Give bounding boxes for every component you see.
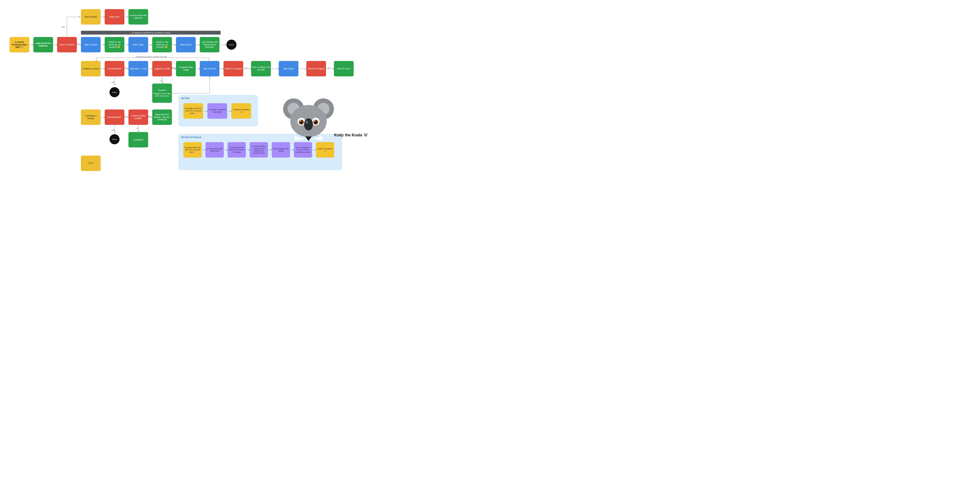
node-ai-fail-generate: Generate Email Text with GPT-4 prompt ch…	[183, 103, 203, 119]
edge-label-no: no	[125, 67, 127, 69]
arrow	[219, 68, 224, 69]
koala-illustration	[281, 91, 336, 146]
caption-kody: Kody the Koala 🐨	[334, 133, 368, 137]
arrow	[196, 45, 200, 45]
arrow	[148, 45, 152, 45]
arrow	[100, 45, 105, 45]
svg-point-14	[306, 121, 308, 124]
node-ai-secret-d: AI Writer Applies Feedback and Submits i…	[250, 142, 268, 158]
node-let-them-know: Let them know who claimed it	[129, 9, 148, 24]
diagram-canvas: Seat Claimed Seats Left? Let them know w…	[0, 0, 374, 187]
banner-sequence-canceled: ✨ sequence canceled by Complete a Lesson	[81, 31, 221, 35]
svg-point-13	[304, 118, 313, 131]
node-debounce: Debounce - 1 Hour	[129, 61, 148, 76]
congrats-body: Suggest Local Login with Instructions	[153, 92, 171, 97]
arrow	[196, 68, 200, 69]
node-ai-fail-writer: AI Writer Generates Initial Draft	[207, 103, 227, 119]
node-done-main: Done	[226, 40, 237, 50]
arrow	[100, 68, 105, 69]
node-done-for-now: Done for Now?	[334, 61, 354, 76]
node-check-progress-1: Check for Progress	[224, 61, 243, 76]
connector	[115, 76, 115, 85]
node-wait-7d: Wait 7 days	[129, 37, 148, 53]
connector	[96, 57, 209, 58]
panel-title-ai-secret: AI Secret Sauce	[181, 135, 201, 139]
node-another-module: Is there another module?	[129, 110, 148, 125]
node-whats-next: What's the Next Module - Get your Certif…	[152, 110, 172, 125]
node-last-checkin: Last CheckIn and Refund Policy Reminder	[200, 37, 220, 53]
edge-label-no: no	[328, 67, 330, 69]
node-ai-secret-c: AI Editor Reviews Draft and Provides Fee…	[228, 142, 246, 158]
arrow	[53, 45, 57, 45]
arrow	[29, 45, 33, 45]
arrow	[326, 68, 334, 69]
connector	[210, 76, 210, 93]
node-congrats-final: Congrats!!!	[129, 132, 148, 147]
node-done-module: Done	[110, 134, 119, 144]
arrow	[172, 45, 176, 45]
edge-label-yes: yes	[111, 81, 115, 83]
node-ai-secret-a: Generate Email Text with GPT-4 prompt ch…	[183, 142, 202, 158]
node-logged-in: Logged in Locally	[152, 61, 172, 76]
node-learner-purchases: A Learner Purchases Epic Web! 🎉	[10, 37, 29, 53]
node-seats-left: Seats Left?	[105, 9, 124, 24]
node-wait-29d: Wait 29 days	[176, 37, 196, 53]
connector	[67, 17, 67, 37]
node-team-purchaser: Team Purchaser	[57, 37, 77, 53]
node-wait-72h: Wait 72 Hours	[81, 37, 100, 53]
edge-label-yes: yes	[148, 115, 151, 118]
node-done-unsub: Done	[110, 87, 119, 97]
node-wait-24h: Wait 24 Hours	[200, 61, 220, 76]
arrow	[298, 68, 306, 69]
arrow	[243, 68, 251, 69]
congrats-title: Congrats!	[153, 89, 171, 91]
svg-point-11	[300, 121, 301, 122]
edge-label-yes: yes	[62, 26, 65, 28]
arrowhead	[79, 16, 80, 18]
edge-label-no: no	[77, 43, 79, 45]
edge-label-yes: yes	[172, 67, 175, 69]
arrowhead	[209, 76, 210, 78]
node-congrats-suggest: Congrats! Suggest Local Login with Instr…	[152, 84, 172, 103]
node-unsubscribed-1: Unsubscribed?	[105, 61, 124, 76]
arrow	[148, 68, 152, 69]
arrow	[124, 45, 129, 45]
arrow	[100, 117, 105, 118]
node-checkin-2: Check in, see what's up, no pressure 🙂	[152, 37, 172, 53]
svg-point-12	[314, 121, 315, 122]
edge-label-no: no	[161, 79, 162, 81]
connector	[67, 17, 79, 17]
node-complete-lesson: Complete a Lesson	[81, 61, 100, 76]
node-check-progress-2: Check for Progress	[306, 61, 326, 76]
node-pickup: Pick up Where You Left Off?	[251, 61, 271, 76]
node-seat-claimed: Seat Claimed	[81, 9, 100, 24]
edge-label-no: no	[136, 127, 138, 129]
node-mystery: ?????	[81, 156, 100, 171]
connector	[209, 57, 209, 61]
node-wait-3d: Wait 3 days	[279, 61, 298, 76]
edge-label-no: no	[125, 115, 127, 118]
arrow	[271, 68, 279, 69]
arrow	[220, 45, 226, 45]
node-completed-module: Completed a Module	[81, 110, 100, 125]
panel-title-ai-fail: AI Fail	[181, 97, 189, 100]
edge-label-no: no	[245, 67, 247, 69]
node-login-email: Login Email w/ a Welcome	[33, 37, 53, 53]
arrow	[100, 17, 105, 17]
node-checkin-1: Check in, see what's up, no pressure 🙂	[105, 37, 124, 53]
node-unsubscribed-2: Unsubscribed?	[105, 110, 124, 125]
node-congrats-going: Congrats! Keep Going	[176, 61, 196, 76]
node-ai-fail-complete: Email is Complete! 🎉	[231, 103, 251, 119]
edge-label-yes: yes	[111, 129, 115, 131]
node-ai-secret-b: AI Writer Generates Initial Draft	[205, 142, 224, 158]
arrow	[124, 17, 129, 17]
